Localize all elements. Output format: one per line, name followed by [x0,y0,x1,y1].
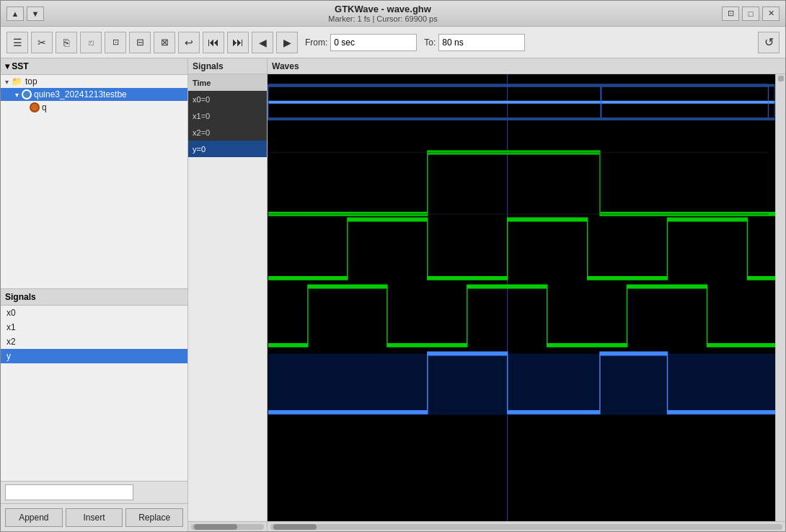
tree-item-q[interactable]: q [1,101,187,114]
right-scroll-track[interactable] [270,524,782,530]
search-wrapper: 🔍 [5,484,183,500]
wave-row-x1[interactable]: x1 =0 [188,107,267,124]
minimize-btn[interactable]: ⊡ [722,6,739,21]
zoom-fit-btn[interactable]: ⊡ [105,32,126,53]
y-val: =0 [197,145,206,154]
to-label: To: [424,37,436,48]
left-scroll-track[interactable] [191,524,264,530]
wave-row-time: Time [188,74,267,91]
x2-label: x2 [193,128,201,137]
right-scrollbar[interactable] [775,74,785,521]
tree-item-quine3[interactable]: ▾ quine3_20241213testbe [1,88,187,101]
x0-label: x0 [193,95,201,104]
toolbar: ☰ ✂ ⎘ ⏍ ⊡ ⊟ ⊠ ↩ ⏮ ⏭ ◀ ▶ From: To: ↺ [1,27,785,58]
title-bar-right: ⊡ □ ✕ [722,6,780,21]
wave-row-y[interactable]: y =0 [188,141,267,157]
time-label: Time [193,79,211,87]
signals-section: Signals x0 x1 x2 y 🔍 Append Insert Re [1,289,187,531]
folder-icon-top: 📁 [12,76,22,87]
bottom-scrollbars [188,521,785,531]
sst-header: ▾ SST [1,58,187,75]
title-bar: ▲ ▼ GTKWave - wave.ghw Marker: 1 fs | Cu… [1,1,785,27]
window-subtitle: Marker: 1 fs | Cursor: 69900 ps [328,14,437,23]
title-bar-left: ▲ ▼ [6,6,44,21]
wave-canvas[interactable] [268,74,775,521]
tree-item-top[interactable]: ▾ 📁 top [1,75,187,88]
right-scrollbar-bottom[interactable] [268,522,785,531]
left-scroll-thumb[interactable] [194,524,237,530]
nav-right-btn[interactable]: ▶ [276,32,298,53]
paste-btn[interactable]: ⏍ [80,32,102,53]
signal-item-x2[interactable]: x2 [1,334,187,349]
left-panel: ▾ SST ▾ 📁 top ▾ quine3_20241213testbe [1,58,188,531]
left-scrollbar[interactable] [188,522,268,531]
append-button[interactable]: Append [5,508,63,527]
wave-header-row: Signals Waves [188,58,785,74]
module-icon-q [30,102,40,112]
wave-body: Time x0 =0 x1 =0 x2 =0 y [188,74,785,521]
x0-val: =0 [201,95,211,104]
main-content: ▾ SST ▾ 📁 top ▾ quine3_20241213testbe [1,58,785,531]
wave-waves-col-header: Waves [268,58,785,74]
title-bar-center: GTKWave - wave.ghw Marker: 1 fs | Cursor… [44,4,722,23]
main-window: ▲ ▼ GTKWave - wave.ghw Marker: 1 fs | Cu… [0,0,786,532]
wave-row-x2[interactable]: x2 =0 [188,124,267,141]
tree-label-q: q [42,102,47,112]
signals-buttons: Append Insert Replace [1,503,187,531]
close-btn[interactable]: ✕ [762,6,780,21]
copy-btn[interactable]: ⎘ [56,32,77,53]
wave-signals-col-header: Signals [188,58,268,74]
x1-label: x1 [193,112,201,120]
wave-signal-names: Time x0 =0 x1 =0 x2 =0 y [188,74,268,521]
to-input[interactable] [438,34,525,51]
collapse-icon-top: ▾ [5,78,9,86]
insert-button[interactable]: Insert [66,508,123,527]
zoom-sel-btn[interactable]: ⊟ [129,32,151,53]
x1-val: =0 [201,112,211,120]
from-input[interactable] [330,34,417,51]
last-btn[interactable]: ⏭ [227,32,249,53]
cut-btn[interactable]: ✂ [31,32,53,53]
tree-label-top: top [25,76,37,87]
window-title: GTKWave - wave.ghw [335,4,431,14]
right-panel: Signals Waves Time x0 =0 x1 =0 [188,58,785,531]
collapse-icon-quine3: ▾ [15,91,19,99]
sst-section: ▾ SST ▾ 📁 top ▾ quine3_20241213testbe [1,58,187,289]
hamburger-btn[interactable]: ☰ [6,32,28,53]
reload-btn[interactable]: ↺ [758,32,780,53]
wave-row-x0[interactable]: x0 =0 [188,91,267,107]
nav-left-btn[interactable]: ◀ [252,32,273,53]
search-input[interactable] [5,484,133,500]
signal-item-y[interactable]: y [1,349,187,363]
signals-search-bar: 🔍 [1,481,187,503]
zoom-cursor-btn[interactable]: ⊠ [154,32,175,53]
sst-tree[interactable]: ▾ 📁 top ▾ quine3_20241213testbe q [1,75,187,288]
x2-val: =0 [201,128,211,137]
waveform-svg [268,74,775,521]
tree-label-quine3: quine3_20241213testbe [34,89,127,99]
maximize-btn[interactable]: □ [742,6,759,21]
signals-header: Signals [1,289,187,306]
svg-rect-8 [601,354,775,415]
svg-rect-0 [268,74,775,521]
first-btn[interactable]: ⏮ [203,32,224,53]
svg-rect-7 [268,354,601,415]
sst-label: ▾ SST [5,61,29,71]
signal-item-x1[interactable]: x1 [1,320,187,334]
signal-item-x0[interactable]: x0 [1,306,187,320]
collapse-btn[interactable]: ▲ [6,6,24,21]
from-label: From: [305,37,327,48]
replace-button[interactable]: Replace [125,508,183,527]
expand-btn[interactable]: ▼ [27,6,44,21]
right-scroll-thumb[interactable] [273,524,317,530]
undo-btn[interactable]: ↩ [178,32,200,53]
signals-list[interactable]: x0 x1 x2 y [1,306,187,481]
module-icon-quine3 [22,89,32,99]
